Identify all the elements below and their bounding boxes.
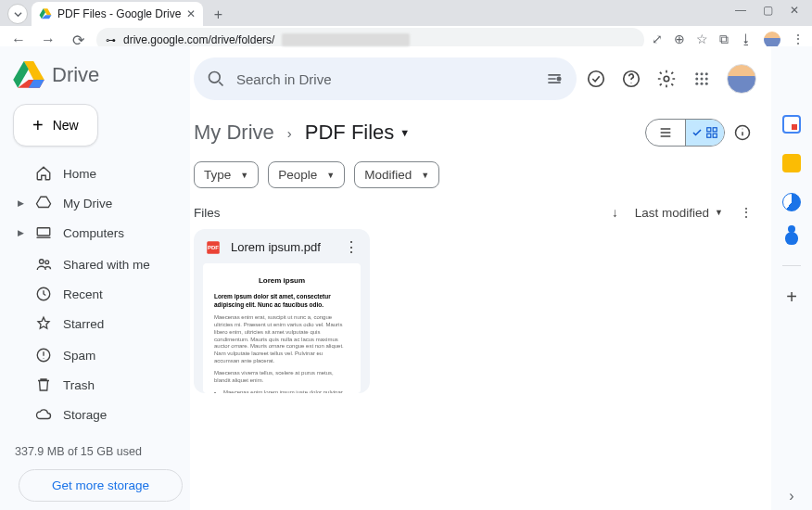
star-icon: [35, 315, 52, 332]
get-storage-button[interactable]: Get more storage: [19, 469, 183, 502]
chevron-down-icon: ▼: [326, 171, 335, 180]
site-info-icon[interactable]: ⊶: [106, 34, 116, 46]
svg-point-18: [705, 83, 708, 85]
plus-icon: +: [32, 119, 44, 132]
ready-offline-icon[interactable]: [586, 69, 606, 89]
tab-list-dropdown[interactable]: [7, 4, 28, 24]
sidebar-item-label: Spam: [63, 349, 95, 363]
contacts-addon-icon[interactable]: [785, 232, 798, 245]
section-label: Files: [194, 206, 221, 220]
content-area: My Drive › PDF Files ▼: [190, 106, 771, 510]
apps-icon[interactable]: [691, 69, 712, 89]
sidebar-item-starred[interactable]: Starred: [13, 310, 183, 338]
calendar-addon-icon[interactable]: [782, 115, 801, 134]
file-more-icon[interactable]: ⋮: [344, 238, 359, 256]
chip-label: Modified: [364, 168, 412, 182]
sidebar-item-label: Home: [63, 167, 96, 181]
rail-separator: [782, 265, 801, 266]
tab-title: PDF Files - Google Drive: [57, 7, 181, 20]
shared-icon: [35, 256, 52, 273]
preview-title: Lorem ipsum: [214, 276, 349, 286]
section-header: Files ↓ Last modified▼ ⋮: [194, 201, 753, 229]
drive-app: Drive + New Home ▶ My Drive ▶ Computers …: [0, 46, 812, 510]
new-tab-button[interactable]: +: [207, 4, 229, 26]
sidebar-item-storage[interactable]: Storage: [13, 401, 183, 428]
chevron-right-icon: ›: [287, 125, 292, 141]
filter-people[interactable]: People▼: [268, 161, 345, 188]
new-button[interactable]: + New: [13, 104, 98, 147]
sidebar-item-label: Starred: [63, 317, 104, 331]
preview-lead: Lorem ipsum dolor sit amet, consectetur …: [214, 293, 349, 309]
svg-point-16: [695, 83, 698, 85]
close-window-button[interactable]: ✕: [790, 4, 799, 17]
sidebar-item-recent[interactable]: Recent: [13, 280, 183, 308]
sidebar-item-computers[interactable]: ▶ Computers: [13, 219, 183, 247]
new-button-label: New: [53, 118, 79, 133]
svg-point-10: [695, 72, 698, 75]
support-icon[interactable]: [621, 69, 641, 89]
expand-caret-icon[interactable]: ▶: [17, 228, 24, 237]
hide-side-panel-icon[interactable]: ›: [789, 488, 793, 504]
sort-direction-icon[interactable]: ↓: [612, 206, 618, 220]
window-controls: — ▢ ✕: [722, 0, 812, 20]
pdf-icon: PDF: [205, 239, 222, 256]
svg-rect-0: [37, 228, 50, 236]
chevron-down-icon: ▼: [240, 171, 248, 180]
svg-rect-21: [707, 134, 711, 137]
svg-point-7: [589, 71, 604, 87]
browser-tab[interactable]: PDF Files - Google Drive ✕: [32, 2, 203, 26]
filter-modified[interactable]: Modified▼: [354, 161, 439, 188]
breadcrumb-root[interactable]: My Drive: [194, 121, 274, 145]
search-icon: [207, 70, 225, 88]
svg-point-9: [664, 76, 669, 82]
close-tab-icon[interactable]: ✕: [186, 7, 196, 20]
main-area: Search in Drive My Drive › PDF Files ▼: [190, 46, 771, 510]
sidebar-item-trash[interactable]: Trash: [13, 371, 183, 399]
get-addons-icon[interactable]: +: [786, 287, 797, 308]
breadcrumb-current[interactable]: PDF Files ▼: [305, 121, 410, 145]
svg-point-17: [701, 83, 704, 85]
sidebar-item-label: Recent: [63, 287, 103, 301]
keep-addon-icon[interactable]: [782, 154, 801, 172]
url-obscured: xxxxxxxxxxxxxxxxxxxxxxx: [282, 33, 410, 46]
drive-brand[interactable]: Drive: [13, 56, 183, 102]
svg-text:PDF: PDF: [208, 245, 219, 250]
list-view-button[interactable]: [646, 120, 685, 146]
recent-icon: [35, 286, 52, 302]
sidebar-item-my-drive[interactable]: ▶ My Drive: [13, 189, 183, 217]
sort-label: Last modified: [635, 206, 709, 220]
svg-point-1: [40, 260, 44, 264]
svg-rect-22: [713, 134, 717, 137]
sidebar-item-spam[interactable]: Spam: [13, 341, 183, 369]
settings-icon[interactable]: [656, 69, 677, 89]
minimize-button[interactable]: —: [735, 4, 746, 17]
tasks-addon-icon[interactable]: [782, 193, 801, 211]
drive-favicon-icon: [39, 7, 52, 20]
expand-caret-icon[interactable]: ▶: [17, 198, 24, 208]
file-name: Lorem ipsum.pdf: [231, 240, 321, 254]
search-input[interactable]: Search in Drive: [194, 57, 577, 100]
tab-strip: PDF Files - Google Drive ✕ + — ▢ ✕: [0, 0, 812, 26]
breadcrumb: My Drive › PDF Files ▼: [194, 109, 753, 156]
more-options-icon[interactable]: ⋮: [740, 205, 753, 220]
sidebar-item-shared[interactable]: Shared with me: [13, 250, 183, 278]
view-toggle: [645, 119, 725, 147]
sidebar-item-label: Shared with me: [63, 258, 150, 272]
account-avatar[interactable]: [727, 64, 756, 94]
maximize-button[interactable]: ▢: [763, 4, 773, 17]
chevron-down-icon: ▼: [421, 171, 429, 180]
svg-rect-20: [713, 128, 717, 132]
search-options-icon[interactable]: [545, 70, 564, 88]
folder-menu-caret-icon[interactable]: ▼: [400, 127, 410, 138]
grid-view-button[interactable]: [685, 120, 724, 146]
details-icon[interactable]: [732, 122, 753, 143]
filter-type[interactable]: Type▼: [194, 161, 259, 188]
svg-rect-19: [707, 128, 711, 132]
file-card[interactable]: PDF Lorem ipsum.pdf ⋮ Lorem ipsum Lorem …: [194, 229, 370, 393]
sidebar-item-home[interactable]: Home: [13, 159, 183, 187]
svg-point-2: [45, 261, 49, 264]
svg-point-14: [701, 78, 704, 81]
sort-menu[interactable]: Last modified▼: [635, 206, 723, 220]
svg-point-6: [557, 77, 560, 80]
svg-point-13: [695, 78, 698, 81]
